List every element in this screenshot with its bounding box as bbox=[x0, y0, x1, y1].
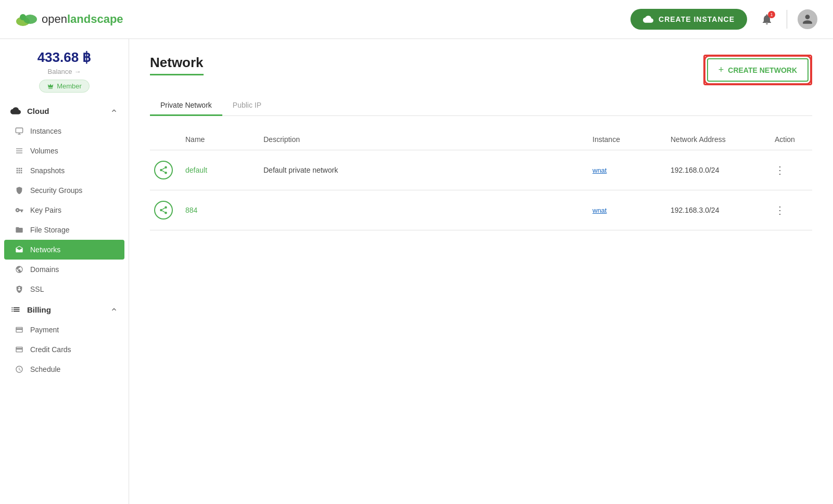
balance-arrow-icon: → bbox=[74, 68, 81, 75]
svg-line-12 bbox=[162, 171, 165, 172]
row2-action: ⋮ bbox=[771, 202, 812, 218]
row1-icon-cell bbox=[150, 159, 181, 182]
svg-point-2 bbox=[20, 14, 26, 20]
sidebar-item-snapshots[interactable]: Snapshots bbox=[0, 161, 129, 180]
header-right: CREATE INSTANCE 1 bbox=[630, 9, 817, 30]
networks-label: Networks bbox=[30, 245, 60, 254]
network-share-icon bbox=[154, 201, 173, 219]
volumes-label: Volumes bbox=[30, 147, 58, 155]
svg-point-10 bbox=[160, 169, 162, 172]
sidebar-item-key-pairs[interactable]: Key Pairs bbox=[0, 200, 129, 220]
share-icon bbox=[159, 205, 168, 215]
chevron-up-icon bbox=[110, 107, 118, 115]
crown-icon bbox=[47, 83, 54, 90]
cloud-nav-icon bbox=[10, 106, 21, 116]
row1-instance: wnat bbox=[588, 164, 666, 176]
domains-icon bbox=[15, 265, 24, 274]
tab-private-network[interactable]: Private Network bbox=[150, 96, 222, 116]
plus-icon: + bbox=[718, 64, 724, 75]
logo-icon bbox=[16, 12, 37, 27]
network-tabs: Private Network Public IP bbox=[150, 96, 812, 116]
security-groups-label: Security Groups bbox=[30, 186, 82, 195]
col-network-address: Network Address bbox=[666, 133, 771, 146]
action-menu-button[interactable]: ⋮ bbox=[775, 204, 785, 216]
sidebar-item-credit-cards[interactable]: Credit Cards bbox=[0, 340, 129, 359]
user-avatar[interactable] bbox=[798, 9, 817, 29]
logo: openlandscape bbox=[16, 12, 123, 27]
svg-point-15 bbox=[160, 209, 162, 212]
svg-rect-3 bbox=[16, 128, 22, 133]
user-icon bbox=[802, 14, 813, 25]
logo-text: openlandscape bbox=[42, 12, 123, 26]
svg-point-16 bbox=[165, 212, 167, 214]
tab-public-ip[interactable]: Public IP bbox=[222, 96, 272, 116]
row2-network-address: 192.168.3.0/24 bbox=[666, 204, 771, 216]
volumes-icon bbox=[15, 146, 24, 156]
row1-action: ⋮ bbox=[771, 162, 812, 178]
credit-cards-label: Credit Cards bbox=[30, 345, 71, 354]
sidebar-item-networks[interactable]: Networks bbox=[4, 240, 124, 260]
instances-icon bbox=[15, 126, 24, 136]
schedule-icon bbox=[15, 365, 24, 374]
ssl-icon bbox=[15, 285, 24, 294]
instances-label: Instances bbox=[30, 127, 61, 135]
create-network-button[interactable]: + CREATE NETWORK bbox=[707, 58, 809, 82]
sidebar-item-payment[interactable]: Payment bbox=[0, 320, 129, 340]
key-pairs-label: Key Pairs bbox=[30, 206, 61, 214]
network-share-icon bbox=[154, 161, 173, 179]
networks-icon bbox=[15, 245, 24, 254]
col-action: Action bbox=[771, 133, 812, 146]
sidebar-item-file-storage[interactable]: File Storage bbox=[0, 220, 129, 240]
page-title: Network bbox=[150, 55, 204, 71]
table-row: 884 wnat 192.168.3.0/24 ⋮ bbox=[150, 190, 812, 230]
sidebar-item-ssl[interactable]: SSL bbox=[0, 279, 129, 299]
header: openlandscape CREATE INSTANCE 1 bbox=[0, 0, 833, 39]
snapshots-label: Snapshots bbox=[30, 166, 65, 175]
balance-label[interactable]: Balance → bbox=[10, 68, 118, 75]
network-name-link[interactable]: default bbox=[185, 166, 207, 174]
network-table: Name Description Instance Network Addres… bbox=[150, 129, 812, 230]
billing-section-header[interactable]: Billing bbox=[0, 299, 129, 320]
payment-icon bbox=[15, 325, 24, 334]
schedule-label: Schedule bbox=[30, 365, 60, 373]
svg-line-18 bbox=[162, 208, 165, 210]
notification-bell[interactable]: 1 bbox=[758, 10, 776, 29]
create-instance-button[interactable]: CREATE INSTANCE bbox=[630, 9, 747, 30]
sidebar-item-volumes[interactable]: Volumes bbox=[0, 141, 129, 161]
sidebar-item-security-groups[interactable]: Security Groups bbox=[0, 180, 129, 200]
key-pairs-icon bbox=[15, 205, 24, 215]
action-menu-button[interactable]: ⋮ bbox=[775, 164, 785, 176]
instance-link[interactable]: wnat bbox=[592, 206, 607, 214]
main-layout: 433.68 ฿ Balance → Member Cloud bbox=[0, 39, 833, 504]
billing-icon bbox=[10, 304, 21, 315]
sidebar-item-schedule[interactable]: Schedule bbox=[0, 359, 129, 379]
page-title-wrapper: Network bbox=[150, 55, 204, 75]
svg-point-11 bbox=[165, 172, 167, 174]
row2-name: 884 bbox=[181, 204, 259, 216]
cloud-section-header[interactable]: Cloud bbox=[0, 100, 129, 121]
row1-name: default bbox=[181, 164, 259, 176]
svg-line-13 bbox=[162, 168, 165, 170]
sidebar-item-domains[interactable]: Domains bbox=[0, 260, 129, 279]
svg-line-17 bbox=[162, 211, 165, 212]
sidebar-item-instances[interactable]: Instances bbox=[0, 121, 129, 141]
network-name-link[interactable]: 884 bbox=[185, 206, 197, 214]
header-divider bbox=[787, 10, 787, 29]
create-network-btn-wrapper: + CREATE NETWORK bbox=[703, 55, 812, 85]
col-name: Name bbox=[181, 133, 259, 146]
member-badge: Member bbox=[39, 80, 90, 93]
file-storage-label: File Storage bbox=[30, 226, 69, 234]
security-groups-icon bbox=[15, 186, 24, 195]
balance-amount: 433.68 ฿ bbox=[10, 49, 118, 66]
file-storage-icon bbox=[15, 225, 24, 235]
billing-chevron-up-icon bbox=[110, 305, 118, 314]
cloud-icon bbox=[643, 14, 653, 24]
row1-description: Default private network bbox=[259, 164, 588, 176]
row2-description bbox=[259, 208, 588, 212]
domains-label: Domains bbox=[30, 265, 59, 274]
col-icon bbox=[150, 133, 181, 146]
table-row: default Default private network wnat 192… bbox=[150, 150, 812, 190]
svg-point-14 bbox=[165, 206, 167, 209]
instance-link[interactable]: wnat bbox=[592, 166, 607, 174]
payment-label: Payment bbox=[30, 326, 59, 334]
